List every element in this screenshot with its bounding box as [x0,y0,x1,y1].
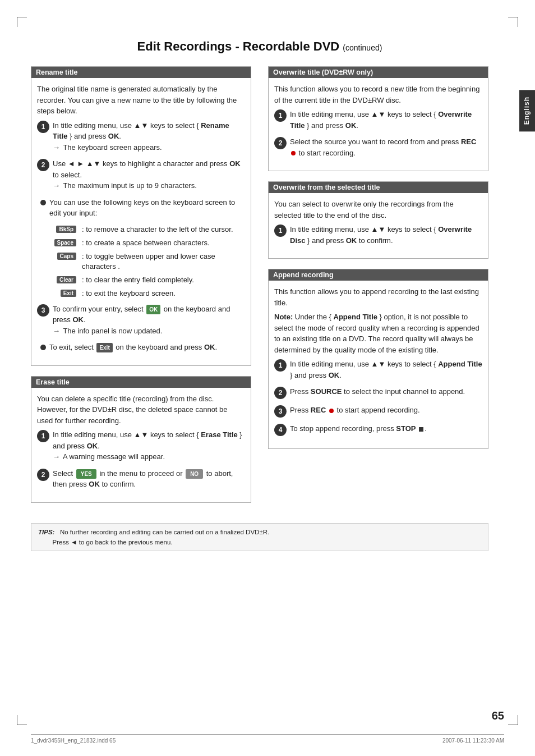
stop-square [419,427,423,432]
kbd-desc-caps: : to toggle between upper and lower case… [82,251,236,272]
append-step-2-text: Press SOURCE to select the input channel… [290,386,482,397]
corner-mark-tl-v [17,17,17,27]
rename-step-1-text: In title editing menu, use ▲▼ keys to se… [53,120,245,153]
overwrite-step-1: 1 In title editing menu, use ▲▼ keys to … [274,109,482,131]
tips-label: TIPS: [38,529,54,535]
page-number: 65 [492,709,504,722]
keyboard-keys-table: BkSp : to remove a character to the left… [48,224,236,299]
erase-title-intro: You can delete a specific title (recordi… [37,393,245,427]
rename-step-1: 1 In title editing menu, use ▲▼ keys to … [37,120,245,153]
rec-dot [291,151,296,155]
append-step-4: 4 To stop append recording, press STOP . [274,423,482,436]
rename-title-intro: The original title name is generated aut… [37,84,245,117]
footer-left: 1_dvdr3455H_eng_21832.indd 65 [31,737,116,744]
rec-dot-2 [329,409,334,413]
page-wrapper: English Edit Recordings - Recordable DVD… [0,0,535,756]
corner-mark-tr-h [508,17,518,17]
erase-title-section: Erase title You can delete a specific ti… [31,376,251,503]
rename-title-header: Rename title [31,67,251,78]
kbd-row-clear: Clear : to clear the entry field complet… [48,275,236,285]
overwrite-step-2: 2 Select the source you want to record f… [274,136,482,158]
append-step-4-text: To stop append recording, press STOP . [290,423,482,434]
append-step-3: 3 Press REC to start append recording. [274,405,482,418]
append-step-3-text: Press REC to start append recording. [290,405,482,416]
kbd-key-exit: Exit [48,288,77,297]
kbd-key-space: Space [48,238,77,246]
kbd-row-bksp: BkSp : to remove a character to the left… [48,224,236,235]
bullet-dot [40,200,46,205]
rename-step-2: 2 Use ◄ ► ▲▼ keys to highlight a charact… [37,158,245,191]
footer: 1_dvdr3455H_eng_21832.indd 65 2007-06-11… [31,734,504,744]
kbd-key-caps: Caps [48,251,77,260]
overwrite-step-1-text: In title editing menu, use ▲▼ keys to se… [290,109,482,131]
rename-bullet-text: You can use the following keys on the ke… [49,197,245,219]
corner-mark-tl-h [17,17,27,17]
rename-step-3: 3 To confirm your entry, select OK on th… [37,304,245,337]
erase-step-num-1: 1 [37,430,49,442]
kbd-desc-bksp: : to remove a character to the left of t… [82,224,236,235]
append-recording-section: Append recording This function allows yo… [268,269,488,449]
corner-mark-bl-v [17,715,17,725]
right-column: Overwrite title (DVD±RW only) This funct… [268,66,488,459]
append-step-num-4: 4 [274,424,287,436]
overwrite-sel-step-1: 1 In title editing menu, use ▲▼ keys to … [274,224,482,246]
rename-bullet-keys: You can use the following keys on the ke… [37,197,245,219]
append-step-1: 1 In title editing menu, use ▲▼ keys to … [274,359,482,381]
rename-step-2-text: Use ◄ ► ▲▼ keys to highlight a character… [53,158,245,191]
erase-step-2: 2 Select YES in the menu to proceed or N… [37,468,245,490]
overwrite-step-2-text: Select the source you want to record fro… [290,136,482,158]
kbd-key-bksp: BkSp [48,224,77,233]
kbd-key-clear: Clear [48,275,77,283]
two-column-layout: Rename title The original title name is … [31,66,488,513]
erase-step-2-text: Select YES in the menu to proceed or NO … [53,468,245,490]
kbd-desc-exit: : to exit the keyboard screen. [82,288,236,299]
corner-mark-br-h [508,725,518,725]
corner-mark-tr-v [518,17,518,27]
erase-step-num-2: 2 [37,469,49,481]
erase-step-1: 1 In title editing menu, use ▲▼ keys to … [37,429,245,462]
rename-bullet-exit: To exit, select Exit on the keyboard and… [37,342,245,353]
main-content: Edit Recordings - Recordable DVD (contin… [0,17,519,562]
rename-exit-text: To exit, select Exit on the keyboard and… [49,342,245,353]
overwrite-sel-step-1-text: In title editing menu, use ▲▼ keys to se… [290,224,482,246]
tips-bar: TIPS: No further recording and editing c… [31,523,488,552]
rename-step-3-text: To confirm your entry, select OK on the … [53,304,245,337]
overwrite-title-intro: This function allows you to record a new… [274,84,482,106]
append-step-num-2: 2 [274,387,287,399]
overwrite-selected-header: Overwrite from the selected title [269,182,488,193]
overwrite-title-section: Overwrite title (DVD±RW only) This funct… [268,66,488,171]
overwrite-step-num-2: 2 [274,137,287,149]
overwrite-title-header: Overwrite title (DVD±RW only) [269,67,488,78]
append-step-num-3: 3 [274,405,287,418]
append-note: Note: Under the { Append Title } option,… [274,311,482,355]
append-recording-header: Append recording [269,269,488,281]
append-recording-intro: This function allows you to append recor… [274,286,482,308]
kbd-row-space: Space : to create a space between charac… [48,238,236,248]
append-step-2: 2 Press SOURCE to select the input chann… [274,386,482,399]
step-num-2: 2 [37,159,49,171]
kbd-row-caps: Caps : to toggle between upper and lower… [48,251,236,272]
corner-mark-br-v [518,715,518,725]
overwrite-selected-intro: You can select to overwrite only the rec… [274,199,482,221]
side-tab-english: English [519,90,535,131]
step-num-3: 3 [37,304,49,317]
footer-right: 2007-06-11 11:23:30 AM [442,737,504,744]
kbd-row-exit: Exit : to exit the keyboard screen. [48,288,236,299]
corner-mark-bl-h [17,725,27,725]
append-step-1-text: In title editing menu, use ▲▼ keys to se… [290,359,482,381]
overwrite-sel-step-num-1: 1 [274,224,287,237]
kbd-desc-space: : to create a space between characters. [82,238,236,248]
bullet-dot-exit [40,345,46,350]
page-title: Edit Recordings - Recordable DVD (contin… [31,39,488,54]
erase-step-1-text: In title editing menu, use ▲▼ keys to se… [53,429,245,462]
step-num-1: 1 [37,121,49,133]
erase-title-header: Erase title [31,377,251,388]
overwrite-step-num-1: 1 [274,109,287,122]
left-column: Rename title The original title name is … [31,66,251,513]
kbd-desc-clear: : to clear the entry field completely. [82,275,236,285]
overwrite-selected-section: Overwrite from the selected title You ca… [268,181,488,259]
append-step-num-1: 1 [274,359,287,372]
rename-title-section: Rename title The original title name is … [31,66,251,366]
